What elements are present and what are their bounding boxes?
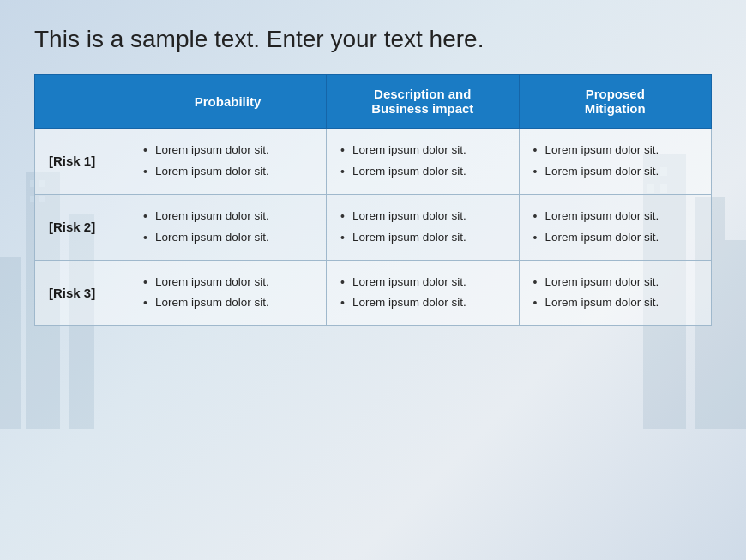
description-cell-3: Lorem ipsum dolor sit.Lorem ipsum dolor … bbox=[327, 260, 520, 326]
table-row: [Risk 1]Lorem ipsum dolor sit.Lorem ipsu… bbox=[35, 129, 712, 195]
list-item: Lorem ipsum dolor sit. bbox=[340, 295, 505, 311]
list-item: Lorem ipsum dolor sit. bbox=[143, 295, 312, 311]
page-content: This is a sample text. Enter your text h… bbox=[0, 0, 746, 343]
mitigation-cell-1: Lorem ipsum dolor sit.Lorem ipsum dolor … bbox=[519, 129, 712, 195]
list-item: Lorem ipsum dolor sit. bbox=[143, 142, 312, 159]
list-item: Lorem ipsum dolor sit. bbox=[533, 295, 698, 311]
probability-cell-1: Lorem ipsum dolor sit.Lorem ipsum dolor … bbox=[129, 129, 327, 195]
list-item: Lorem ipsum dolor sit. bbox=[533, 230, 698, 246]
header-description: Description andBusiness impact bbox=[327, 75, 520, 129]
list-item: Lorem ipsum dolor sit. bbox=[340, 208, 505, 225]
list-item: Lorem ipsum dolor sit. bbox=[533, 164, 698, 180]
description-cell-2: Lorem ipsum dolor sit.Lorem ipsum dolor … bbox=[327, 194, 520, 260]
risk-label-2: [Risk 2] bbox=[35, 194, 129, 260]
table-row: [Risk 3]Lorem ipsum dolor sit.Lorem ipsu… bbox=[35, 260, 712, 326]
probability-cell-2: Lorem ipsum dolor sit.Lorem ipsum dolor … bbox=[129, 194, 327, 260]
list-item: Lorem ipsum dolor sit. bbox=[143, 230, 312, 246]
risk-label-3: [Risk 3] bbox=[35, 260, 129, 326]
list-item: Lorem ipsum dolor sit. bbox=[143, 164, 312, 180]
list-item: Lorem ipsum dolor sit. bbox=[533, 142, 698, 159]
header-probability: Probability bbox=[129, 75, 327, 129]
table-row: [Risk 2]Lorem ipsum dolor sit.Lorem ipsu… bbox=[35, 194, 712, 260]
header-col0 bbox=[35, 75, 129, 129]
probability-cell-3: Lorem ipsum dolor sit.Lorem ipsum dolor … bbox=[129, 260, 327, 326]
list-item: Lorem ipsum dolor sit. bbox=[533, 208, 698, 225]
header-mitigation: ProposedMitigation bbox=[519, 75, 712, 129]
page-title: This is a sample text. Enter your text h… bbox=[34, 26, 712, 53]
description-cell-1: Lorem ipsum dolor sit.Lorem ipsum dolor … bbox=[327, 129, 520, 195]
list-item: Lorem ipsum dolor sit. bbox=[340, 230, 505, 246]
list-item: Lorem ipsum dolor sit. bbox=[143, 274, 312, 291]
risk-table: Probability Description andBusiness impa… bbox=[34, 74, 712, 326]
list-item: Lorem ipsum dolor sit. bbox=[340, 164, 505, 180]
mitigation-cell-2: Lorem ipsum dolor sit.Lorem ipsum dolor … bbox=[519, 194, 712, 260]
list-item: Lorem ipsum dolor sit. bbox=[340, 142, 505, 159]
table-header-row: Probability Description andBusiness impa… bbox=[35, 75, 712, 129]
list-item: Lorem ipsum dolor sit. bbox=[533, 274, 698, 291]
list-item: Lorem ipsum dolor sit. bbox=[340, 274, 505, 291]
mitigation-cell-3: Lorem ipsum dolor sit.Lorem ipsum dolor … bbox=[519, 260, 712, 326]
list-item: Lorem ipsum dolor sit. bbox=[143, 208, 312, 225]
risk-label-1: [Risk 1] bbox=[35, 129, 129, 195]
